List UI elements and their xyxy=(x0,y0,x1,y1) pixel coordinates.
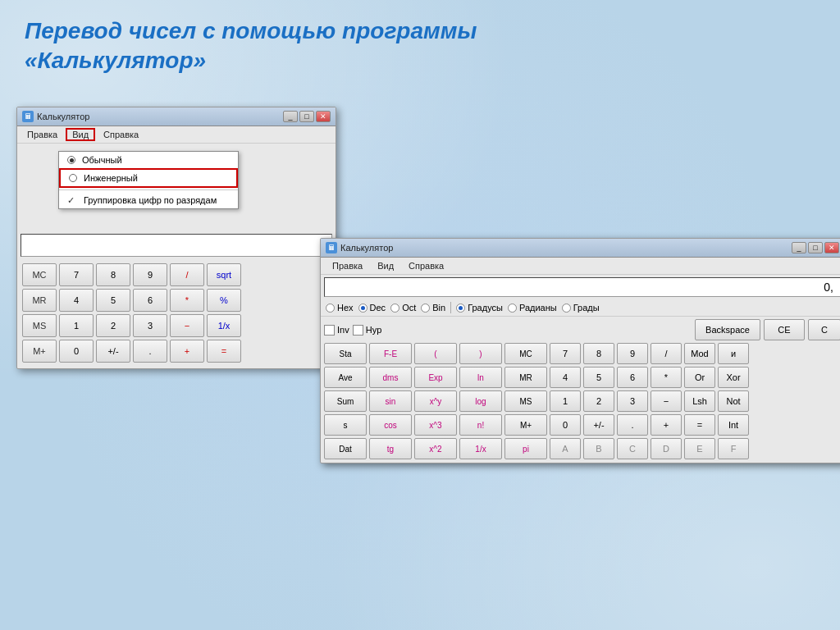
hyp-checkbox[interactable]: Hyp xyxy=(353,325,382,336)
btn-mplus[interactable]: M+ xyxy=(22,340,57,363)
radio-hex[interactable]: Hex xyxy=(326,303,354,313)
btn-1-eng[interactable]: 1 xyxy=(550,390,581,412)
btn-exp[interactable]: Exp xyxy=(414,367,457,388)
ce-button[interactable]: CE xyxy=(764,319,805,340)
hyp-check-box[interactable] xyxy=(353,325,363,336)
radio-grads[interactable]: Грады xyxy=(562,303,600,313)
btn-minus[interactable]: − xyxy=(170,314,204,337)
minimize-button[interactable]: _ xyxy=(283,111,298,122)
btn-s[interactable]: s xyxy=(324,414,367,436)
radio-radians[interactable]: Радианы xyxy=(508,303,557,313)
btn-3-eng[interactable]: 3 xyxy=(617,390,648,412)
btn-ms[interactable]: MS xyxy=(22,314,57,337)
menu-spravka[interactable]: Справка xyxy=(97,128,145,141)
btn-8[interactable]: 8 xyxy=(96,263,130,286)
btn-6-eng[interactable]: 6 xyxy=(617,367,648,388)
btn-lsh[interactable]: Lsh xyxy=(684,390,715,412)
eng-menu-vid[interactable]: Вид xyxy=(371,259,400,272)
eng-minimize-button[interactable]: _ xyxy=(792,242,806,253)
btn-ln[interactable]: ln xyxy=(459,367,502,388)
btn-not[interactable]: Not xyxy=(718,390,749,412)
bin-radio[interactable] xyxy=(421,304,430,313)
btn-dms[interactable]: dms xyxy=(369,367,412,388)
btn-3[interactable]: 3 xyxy=(133,314,167,337)
eng-menu-spravka[interactable]: Справка xyxy=(402,259,450,272)
btn-equals-eng[interactable]: = xyxy=(684,414,715,436)
eng-close-button[interactable]: ✕ xyxy=(824,242,839,253)
degrees-radio[interactable] xyxy=(456,304,465,313)
btn-5[interactable]: 5 xyxy=(96,289,130,312)
backspace-button[interactable]: Backspace xyxy=(695,319,760,340)
btn-F[interactable]: F xyxy=(718,438,749,459)
btn-E[interactable]: E xyxy=(684,438,715,459)
btn-xpow2[interactable]: x^2 xyxy=(414,438,457,459)
btn-plus-eng[interactable]: + xyxy=(651,414,682,436)
btn-reciprocal[interactable]: 1/x xyxy=(207,314,241,337)
btn-4[interactable]: 4 xyxy=(59,289,94,312)
btn-B[interactable]: B xyxy=(583,438,614,459)
btn-8-eng[interactable]: 8 xyxy=(583,343,614,364)
btn-9-eng[interactable]: 9 xyxy=(617,343,648,364)
btn-cos[interactable]: cos xyxy=(369,414,412,436)
btn-fe[interactable]: F-E xyxy=(369,343,412,364)
btn-xpowy[interactable]: x^y xyxy=(414,390,457,412)
btn-0-eng[interactable]: 0 xyxy=(550,414,581,436)
btn-sqrt[interactable]: sqrt xyxy=(207,263,241,286)
btn-mplus-eng[interactable]: M+ xyxy=(504,414,547,436)
inv-checkbox[interactable]: Inv xyxy=(324,325,349,336)
btn-mr[interactable]: MR xyxy=(22,289,57,312)
menu-pravka[interactable]: Правка xyxy=(21,128,64,141)
btn-1[interactable]: 1 xyxy=(59,314,94,337)
c-button[interactable]: C xyxy=(808,319,840,340)
btn-7[interactable]: 7 xyxy=(59,263,94,286)
btn-tg[interactable]: tg xyxy=(369,438,412,459)
btn-ms-eng[interactable]: MS xyxy=(504,390,547,412)
btn-mc[interactable]: MC xyxy=(22,263,57,286)
btn-dat[interactable]: Dat xyxy=(324,438,367,459)
btn-sta[interactable]: Sta xyxy=(324,343,367,364)
dropdown-obychny[interactable]: Обычный xyxy=(59,152,238,168)
btn-close-paren[interactable]: ) xyxy=(459,343,502,364)
btn-sin[interactable]: sin xyxy=(369,390,412,412)
btn-multiply[interactable]: * xyxy=(170,289,204,312)
btn-multiply-eng[interactable]: * xyxy=(651,367,682,388)
btn-2-eng[interactable]: 2 xyxy=(583,390,614,412)
close-button[interactable]: ✕ xyxy=(316,111,331,122)
btn-mr-eng[interactable]: MR xyxy=(504,367,547,388)
btn-sum[interactable]: Sum xyxy=(324,390,367,412)
btn-open-paren[interactable]: ( xyxy=(414,343,457,364)
btn-A[interactable]: A xyxy=(550,438,581,459)
btn-7-eng[interactable]: 7 xyxy=(550,343,581,364)
hex-radio[interactable] xyxy=(326,304,335,313)
radio-bin[interactable]: Bin xyxy=(421,303,445,313)
btn-reciprocal-eng[interactable]: 1/x xyxy=(459,438,502,459)
eng-menu-pravka[interactable]: Правка xyxy=(326,259,369,272)
btn-log[interactable]: log xyxy=(459,390,502,412)
btn-mod[interactable]: Mod xyxy=(684,343,715,364)
btn-posneg-eng[interactable]: +/- xyxy=(583,414,614,436)
btn-ave[interactable]: Ave xyxy=(324,367,367,388)
maximize-button[interactable]: □ xyxy=(299,111,314,122)
oct-radio[interactable] xyxy=(390,304,399,313)
dec-radio[interactable] xyxy=(358,304,368,313)
btn-or[interactable]: Or xyxy=(684,367,715,388)
btn-factorial[interactable]: n! xyxy=(459,414,502,436)
btn-posneg[interactable]: +/- xyxy=(96,340,130,363)
btn-percent[interactable]: % xyxy=(207,289,241,312)
inv-check-box[interactable] xyxy=(324,325,335,336)
eng-maximize-button[interactable]: □ xyxy=(808,242,823,253)
btn-9[interactable]: 9 xyxy=(133,263,167,286)
menu-vid[interactable]: Вид xyxy=(66,128,95,141)
btn-4-eng[interactable]: 4 xyxy=(550,367,581,388)
radio-degrees[interactable]: Градусы xyxy=(456,303,503,313)
btn-C[interactable]: C xyxy=(617,438,648,459)
radio-oct[interactable]: Oct xyxy=(390,303,416,313)
btn-2[interactable]: 2 xyxy=(96,314,130,337)
radio-dec[interactable]: Dec xyxy=(358,303,386,313)
btn-mc-eng[interactable]: MC xyxy=(504,343,547,364)
btn-plus[interactable]: + xyxy=(170,340,204,363)
btn-divide-eng[interactable]: / xyxy=(651,343,682,364)
btn-minus-eng[interactable]: − xyxy=(651,390,682,412)
radians-radio[interactable] xyxy=(508,304,517,313)
btn-xor[interactable]: Xor xyxy=(718,367,749,388)
